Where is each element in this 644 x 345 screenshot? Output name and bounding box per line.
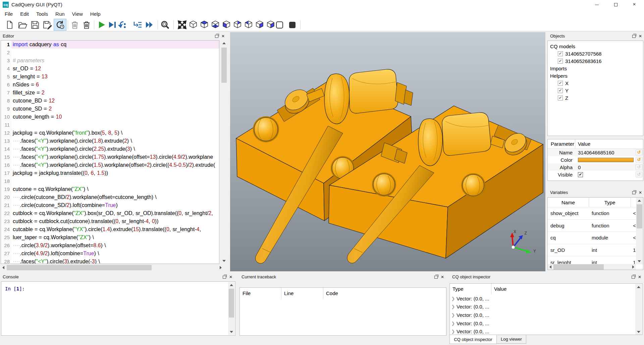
inspector-row-2[interactable]: ❯Vector: (0.0, ...: [450, 311, 642, 319]
variable-row-sr_OD[interactable]: sr_ODint12: [548, 244, 643, 257]
traceback-close-icon[interactable]: [441, 275, 444, 279]
scrollbar-thumb[interactable]: [637, 204, 642, 228]
cube-bottom-button[interactable]: [210, 19, 222, 30]
run-button[interactable]: [96, 19, 108, 30]
code-editor[interactable]: 1234567891011121314151617181920212223242…: [1, 40, 219, 264]
property-value[interactable]: [575, 158, 636, 162]
cube-back-button[interactable]: [232, 19, 244, 30]
scrollbar-thumb[interactable]: [229, 289, 234, 318]
variables-hscrollbar[interactable]: [548, 264, 636, 270]
inspector-row-1[interactable]: ❯Vector: (0.0, ...: [450, 303, 642, 311]
color-swatch[interactable]: [578, 158, 634, 162]
editor-close-icon[interactable]: [221, 34, 225, 38]
close-button[interactable]: ✕: [625, 0, 644, 9]
variable-row-cq[interactable]: cqmodule<m: [548, 232, 643, 244]
scrollbar-thumb[interactable]: [553, 264, 604, 270]
tree-item-z[interactable]: ✔Z: [548, 94, 643, 101]
wireframe-button[interactable]: [273, 19, 285, 30]
objects-float-icon[interactable]: [632, 35, 636, 38]
new-file-button[interactable]: [4, 19, 16, 30]
menu-tools[interactable]: Tools: [33, 11, 52, 17]
cube-iso-button[interactable]: [187, 19, 200, 30]
property-row-color[interactable]: Color↺: [548, 156, 643, 163]
editor-float-icon[interactable]: [215, 35, 218, 38]
inspector-vscrollbar[interactable]: [635, 284, 642, 335]
variables-close-icon[interactable]: [639, 191, 642, 195]
scrollbar-arrow-icon[interactable]: [638, 200, 641, 202]
expand-chevron-icon[interactable]: ❯: [450, 296, 457, 301]
fit-all-button[interactable]: [176, 19, 188, 30]
scrollbar-arrow-icon[interactable]: [638, 260, 641, 262]
3d-viewport[interactable]: X Z Y: [230, 32, 545, 271]
editor-vscrollbar[interactable]: [221, 40, 227, 264]
reset-button[interactable]: ↺: [636, 157, 642, 163]
traceback-float-icon[interactable]: [434, 276, 438, 279]
reload-button[interactable]: [54, 19, 66, 30]
scrollbar-thumb[interactable]: [7, 265, 152, 270]
tree-group-helpers[interactable]: Helpers: [548, 72, 643, 79]
editor-code-area[interactable]: import·cadquery·as·cq# parameterssr_OD·=…: [11, 41, 219, 264]
scrollbar-arrow-icon[interactable]: [230, 331, 233, 333]
tree-item-3140652683616[interactable]: ✔3140652683616: [548, 57, 643, 65]
cube-front-button[interactable]: [221, 19, 233, 30]
checkbox-x[interactable]: ✔: [558, 81, 563, 86]
menu-file[interactable]: File: [1, 11, 16, 17]
reset-button[interactable]: ↺: [636, 171, 642, 178]
zoom-button[interactable]: [159, 19, 171, 30]
tree-item-y[interactable]: ✔Y: [548, 87, 643, 94]
variables-vscrollbar[interactable]: [636, 198, 643, 264]
cube-right-button[interactable]: [254, 19, 266, 30]
expand-chevron-icon[interactable]: ❯: [450, 321, 457, 326]
tree-group-imports[interactable]: Imports: [548, 65, 643, 72]
console-float-icon[interactable]: [223, 276, 226, 279]
menu-view[interactable]: View: [68, 11, 87, 17]
editor-hscrollbar[interactable]: [1, 265, 223, 271]
checkbox-z[interactable]: ✔: [558, 95, 563, 100]
variable-row-debug[interactable]: debugfunction<f: [548, 220, 643, 232]
menu-run[interactable]: Run: [52, 11, 68, 17]
scrollbar-arrow-icon[interactable]: [632, 265, 634, 269]
tree-item-3140652707568[interactable]: ✔3140652707568: [548, 50, 643, 57]
cube-top-button[interactable]: [199, 19, 211, 30]
clear-button[interactable]: [69, 19, 81, 30]
scrollbar-arrow-icon[interactable]: [2, 266, 4, 269]
save-as-button[interactable]: [41, 19, 53, 30]
debug-run-button[interactable]: [106, 19, 118, 30]
property-value[interactable]: 0: [575, 164, 636, 170]
cube-left-button[interactable]: [243, 19, 255, 30]
save-button[interactable]: [29, 19, 41, 30]
inspector-row-3[interactable]: ❯Vector: (0.0, ...: [450, 319, 642, 328]
inspector-close-icon[interactable]: [638, 275, 641, 279]
property-value[interactable]: ✔: [575, 172, 636, 177]
visible-checkbox[interactable]: ✔: [578, 172, 583, 177]
property-row-visible[interactable]: Visible✔↺: [548, 171, 643, 178]
scrollbar-arrow-icon[interactable]: [222, 260, 226, 262]
checkbox-3140652707568[interactable]: ✔: [558, 51, 563, 56]
console-vscrollbar[interactable]: [228, 282, 235, 335]
open-button[interactable]: [16, 19, 29, 30]
checkbox-y[interactable]: ✔: [558, 88, 563, 93]
expand-chevron-icon[interactable]: ❯: [450, 329, 457, 334]
step-into-button[interactable]: [117, 19, 129, 30]
scrollbar-thumb[interactable]: [221, 48, 227, 83]
reset-button[interactable]: ↺: [636, 149, 642, 155]
variable-row-show_object[interactable]: show_objectfunction<f: [548, 207, 643, 220]
console-close-icon[interactable]: [229, 275, 232, 279]
checkbox-3140652683616[interactable]: ✔: [558, 59, 563, 64]
scrollbar-arrow-icon[interactable]: [637, 286, 640, 288]
inspector-float-icon[interactable]: [632, 276, 635, 279]
scrollbar-arrow-icon[interactable]: [220, 266, 222, 269]
objects-close-icon[interactable]: [639, 34, 642, 38]
scrollbar-arrow-icon[interactable]: [549, 265, 551, 269]
delete-button[interactable]: [80, 19, 93, 30]
reset-button[interactable]: ↺: [636, 164, 642, 170]
scrollbar-arrow-icon[interactable]: [230, 284, 233, 286]
inspector-row-4[interactable]: ❯Vector: (0.0, ...: [450, 327, 642, 335]
tab-log-viewer[interactable]: Log viewer: [497, 335, 526, 344]
minimize-button[interactable]: [588, 0, 606, 9]
inspector-row-0[interactable]: ❯Vector: (0.0, ...: [450, 294, 642, 303]
tab-cq-object-inspector[interactable]: CQ object inspector: [449, 335, 497, 344]
tree-item-x[interactable]: ✔X: [548, 79, 643, 87]
maximize-button[interactable]: [606, 0, 625, 9]
tree-group-cq-models[interactable]: CQ models: [548, 43, 643, 50]
